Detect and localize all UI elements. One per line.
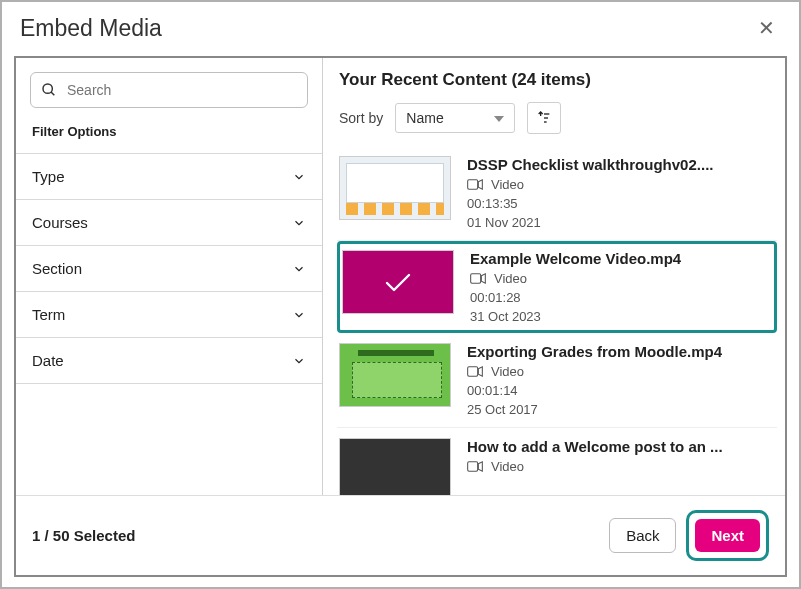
sort-label: Sort by	[339, 110, 383, 126]
selected-number: 1	[32, 527, 40, 544]
item-type-row: Video	[467, 177, 713, 192]
svg-rect-11	[468, 462, 478, 471]
next-button[interactable]: Next	[695, 519, 760, 552]
item-date: 31 Oct 2023	[470, 309, 681, 324]
dialog-header: Embed Media ✕	[2, 2, 799, 56]
item-title: How to add a Welcome post to an ...	[467, 438, 723, 455]
embed-media-dialog: Embed Media ✕ Filter Options Type Co	[0, 0, 801, 589]
item-meta: Example Welcome Video.mp4 Video 00:01:28…	[470, 250, 681, 324]
footer-buttons: Back Next	[609, 510, 769, 561]
item-type-row: Video	[467, 459, 723, 474]
item-meta: How to add a Welcome post to an ... Vide…	[467, 438, 723, 495]
selected-max: 50	[53, 527, 70, 544]
check-icon	[381, 270, 415, 294]
facet-section[interactable]: Section	[16, 245, 322, 291]
svg-point-0	[43, 84, 52, 93]
facet-label: Section	[32, 260, 82, 277]
item-meta: DSSP Checklist walkthroughv02.... Video …	[467, 156, 713, 230]
item-type: Video	[491, 459, 524, 474]
video-icon	[467, 366, 483, 377]
item-title: Example Welcome Video.mp4	[470, 250, 681, 267]
sort-row: Sort by Name	[337, 102, 781, 146]
facet-label: Term	[32, 306, 65, 323]
sort-direction-button[interactable]	[527, 102, 561, 134]
next-highlight: Next	[686, 510, 769, 561]
back-button[interactable]: Back	[609, 518, 676, 553]
recent-content-heading: Your Recent Content (24 items)	[337, 68, 781, 102]
facet-term[interactable]: Term	[16, 291, 322, 337]
filter-options-label: Filter Options	[16, 118, 322, 153]
thumbnail-selected	[342, 250, 454, 314]
facet-label: Type	[32, 168, 65, 185]
thumbnail	[339, 343, 451, 407]
video-icon	[467, 461, 483, 472]
item-type-row: Video	[467, 364, 722, 379]
close-icon[interactable]: ✕	[752, 12, 781, 44]
dialog-body: Filter Options Type Courses Section Term	[14, 56, 787, 577]
filter-sidebar: Filter Options Type Courses Section Term	[16, 58, 323, 495]
svg-marker-12	[478, 462, 482, 471]
body-columns: Filter Options Type Courses Section Term	[16, 58, 785, 495]
item-duration: 00:13:35	[467, 196, 713, 211]
item-type: Video	[491, 364, 524, 379]
item-type: Video	[491, 177, 524, 192]
facet-courses[interactable]: Courses	[16, 199, 322, 245]
chevron-down-icon	[292, 262, 306, 276]
item-type-row: Video	[470, 271, 681, 286]
search-box[interactable]	[30, 72, 308, 108]
content-item-selected[interactable]: Example Welcome Video.mp4 Video 00:01:28…	[337, 241, 777, 333]
content-pane: Your Recent Content (24 items) Sort by N…	[323, 58, 785, 495]
content-item[interactable]: Exporting Grades from Moodle.mp4 Video 0…	[337, 333, 777, 428]
sort-direction-icon	[535, 110, 553, 126]
item-type: Video	[494, 271, 527, 286]
facet-type[interactable]: Type	[16, 153, 322, 199]
thumbnail	[339, 438, 451, 495]
content-item[interactable]: How to add a Welcome post to an ... Vide…	[337, 428, 777, 495]
dialog-footer: 1 / 50 Selected Back Next	[16, 495, 785, 575]
heading-count: 24	[517, 70, 536, 89]
item-duration: 00:01:14	[467, 383, 722, 398]
dialog-title: Embed Media	[20, 15, 162, 42]
search-icon	[41, 82, 57, 98]
item-title: Exporting Grades from Moodle.mp4	[467, 343, 722, 360]
facet-date[interactable]: Date	[16, 337, 322, 384]
svg-marker-10	[478, 367, 482, 376]
item-title: DSSP Checklist walkthroughv02....	[467, 156, 713, 173]
svg-marker-8	[481, 274, 485, 283]
item-date: 01 Nov 2021	[467, 215, 713, 230]
selected-suffix: Selected	[74, 527, 136, 544]
selection-count: 1 / 50 Selected	[32, 527, 135, 544]
chevron-down-icon	[292, 354, 306, 368]
item-meta: Exporting Grades from Moodle.mp4 Video 0…	[467, 343, 722, 417]
chevron-down-icon	[292, 216, 306, 230]
item-duration: 00:01:28	[470, 290, 681, 305]
svg-rect-9	[468, 367, 478, 376]
content-list[interactable]: DSSP Checklist walkthroughv02.... Video …	[337, 146, 781, 495]
svg-line-1	[51, 92, 54, 95]
svg-marker-6	[478, 180, 482, 189]
svg-rect-5	[468, 180, 478, 189]
search-input[interactable]	[65, 81, 297, 99]
svg-rect-7	[471, 274, 481, 283]
sort-value: Name	[406, 110, 443, 126]
content-item[interactable]: DSSP Checklist walkthroughv02.... Video …	[337, 146, 777, 241]
sort-select[interactable]: Name	[395, 103, 515, 133]
item-date: 25 Oct 2017	[467, 402, 722, 417]
video-icon	[470, 273, 486, 284]
facet-label: Date	[32, 352, 64, 369]
chevron-down-icon	[292, 308, 306, 322]
search-row	[16, 58, 322, 118]
heading-text: Your Recent Content	[339, 70, 507, 89]
chevron-down-icon	[292, 170, 306, 184]
facet-label: Courses	[32, 214, 88, 231]
thumbnail	[339, 156, 451, 220]
video-icon	[467, 179, 483, 190]
